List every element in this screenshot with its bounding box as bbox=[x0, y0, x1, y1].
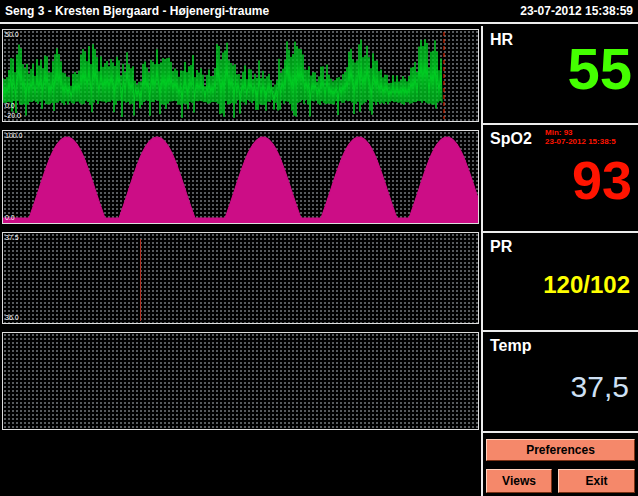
temp-scale-max: 37.5 bbox=[5, 234, 19, 242]
patient-title: Seng 3 - Kresten Bjergaard - Højenergi-t… bbox=[5, 4, 269, 18]
empty-trend-panel bbox=[2, 332, 479, 430]
hr-label: HR bbox=[490, 31, 513, 49]
spo2-value: 93 bbox=[572, 153, 632, 207]
datetime-clock: 23-07-2012 15:38:59 bbox=[520, 4, 633, 18]
waveform-area: 50.0 0.0 -20.0 100.0 0.0 37.5 36.0 bbox=[0, 26, 481, 496]
spo2-tile[interactable]: SpO2 Min: 93 23-07-2012 15:38:5 93 bbox=[483, 125, 638, 233]
pleth-waveform bbox=[3, 131, 478, 223]
ecg-scale-min: -20.0 bbox=[5, 112, 21, 120]
spo2-min-label: Min: bbox=[545, 128, 561, 137]
temp-tile[interactable]: Temp 37,5 bbox=[483, 332, 638, 433]
pr-tile[interactable]: PR 120/102 bbox=[483, 233, 638, 332]
pr-label: PR bbox=[490, 238, 512, 256]
button-area: Preferences Views Exit bbox=[483, 433, 638, 496]
pleth-scale-max: 100.0 bbox=[5, 132, 23, 140]
titlebar: Seng 3 - Kresten Bjergaard - Højenergi-t… bbox=[0, 0, 638, 24]
temp-value: 37,5 bbox=[571, 372, 629, 402]
pr-value: 120/102 bbox=[543, 273, 630, 297]
ecg-waveform bbox=[3, 30, 478, 121]
temp-scale-min: 36.0 bbox=[5, 314, 19, 322]
ecg-scale-mid: 0.0 bbox=[5, 102, 15, 110]
pleth-panel: 100.0 0.0 bbox=[2, 130, 479, 224]
patient-monitor-screen: Seng 3 - Kresten Bjergaard - Højenergi-t… bbox=[0, 0, 638, 496]
ecg-panel: 50.0 0.0 -20.0 bbox=[2, 29, 479, 122]
ecg-scale-max: 50.0 bbox=[5, 31, 19, 39]
vitals-column: HR 55 SpO2 Min: 93 23-07-2012 15:38:5 93… bbox=[481, 26, 638, 496]
preferences-button[interactable]: Preferences bbox=[486, 439, 635, 461]
spo2-min-timestamp: 23-07-2012 15:38:5 bbox=[545, 137, 616, 146]
spo2-min-info: Min: 93 23-07-2012 15:38:5 bbox=[545, 128, 616, 146]
views-button[interactable]: Views bbox=[486, 469, 552, 493]
pleth-scale-min: 0.0 bbox=[5, 214, 15, 222]
temp-label: Temp bbox=[490, 337, 531, 355]
temp-trend-marker bbox=[140, 239, 141, 321]
temp-trend-panel: 37.5 36.0 bbox=[2, 232, 479, 324]
spo2-label: SpO2 bbox=[490, 130, 532, 148]
spo2-min-value: 93 bbox=[564, 128, 573, 137]
exit-button[interactable]: Exit bbox=[558, 469, 635, 493]
hr-tile[interactable]: HR 55 bbox=[483, 26, 638, 125]
hr-value: 55 bbox=[567, 40, 632, 98]
